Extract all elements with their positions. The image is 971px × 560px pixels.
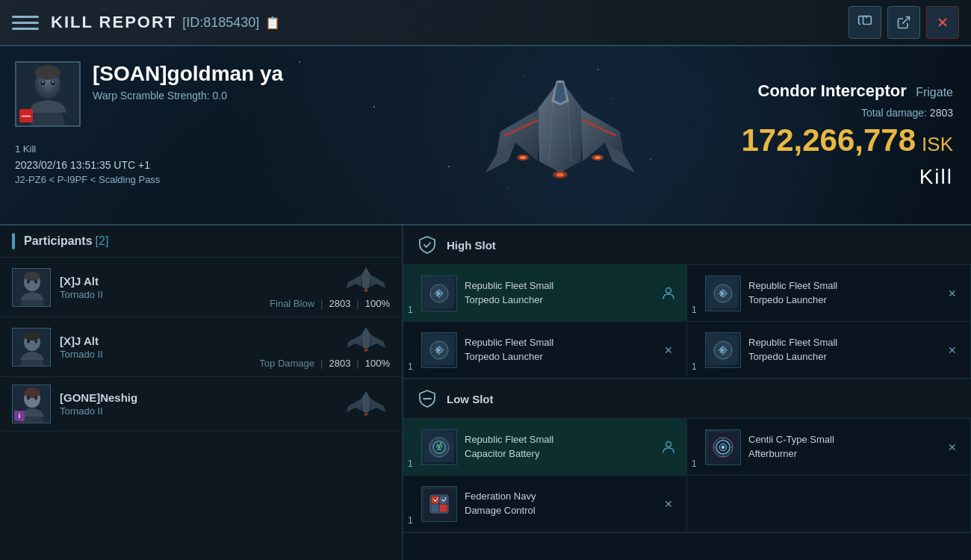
export-button[interactable] bbox=[887, 6, 920, 39]
module-item[interactable]: 1 Republic Fleet SmallTorpedo Launcher ✕ bbox=[403, 322, 687, 379]
svg-point-9 bbox=[42, 81, 44, 83]
participant-avatar bbox=[12, 328, 51, 367]
svg-rect-67 bbox=[440, 505, 447, 511]
modules-panel: High Slot 1 Republic Flee bbox=[403, 225, 971, 560]
participant-info: [GONE]Neshig Tornado II bbox=[60, 391, 342, 417]
module-item[interactable]: 1 Centii C-Type SmallAfterburner ✕ bbox=[687, 419, 971, 476]
high-slot-icon bbox=[415, 233, 439, 257]
svg-point-10 bbox=[52, 81, 54, 83]
module-name: Republic Fleet SmallTorpedo Launcher bbox=[748, 336, 943, 363]
svg-point-55 bbox=[438, 446, 441, 449]
clipboard-button[interactable] bbox=[849, 6, 881, 39]
pilot-badge: — bbox=[19, 109, 33, 122]
module-item[interactable]: 1 Republic Fleet SmallTorpedo Launcher bbox=[403, 265, 687, 322]
person-icon[interactable] bbox=[660, 284, 677, 302]
participant-info: [X]J Alt Tornado II bbox=[60, 275, 270, 300]
header: KILL REPORT [ID:8185430] 📋 bbox=[0, 0, 971, 46]
participant-right: Final Blow | 2803 | 100% bbox=[270, 265, 390, 309]
close-icon[interactable]: ✕ bbox=[943, 341, 961, 359]
participant-info: [X]J Alt Tornado II bbox=[60, 335, 259, 360]
module-item-empty bbox=[687, 476, 971, 532]
pilot-details: [SOAN]goldman ya Warp Scramble Strength:… bbox=[93, 61, 388, 102]
shield-icon bbox=[417, 234, 438, 255]
svg-point-25 bbox=[364, 290, 368, 292]
menu-icon[interactable] bbox=[12, 9, 39, 36]
participant-name: [X]J Alt bbox=[60, 335, 259, 347]
close-icon[interactable]: ✕ bbox=[943, 438, 961, 456]
svg-line-1 bbox=[902, 17, 909, 24]
hero-section: — [SOAN]goldman ya Warp Scramble Strengt… bbox=[0, 46, 971, 225]
participant-badge: i bbox=[14, 411, 25, 421]
svg-point-61 bbox=[722, 446, 725, 449]
participants-panel: Participants [2] [X]J Alt Tornado II bbox=[0, 225, 403, 560]
svg-point-6 bbox=[35, 66, 61, 80]
module-qty: 1 bbox=[408, 515, 413, 526]
svg-rect-66 bbox=[432, 505, 438, 511]
ship-svg bbox=[456, 64, 665, 206]
id-copy-icon[interactable]: 📋 bbox=[265, 16, 280, 30]
isk-row: 172,266,778 ISK bbox=[742, 122, 954, 156]
participant-avatar bbox=[12, 268, 51, 307]
svg-point-24 bbox=[34, 279, 37, 283]
damage-control-icon bbox=[424, 489, 454, 519]
total-damage-label: Total damage: bbox=[861, 107, 927, 119]
svg-point-22 bbox=[24, 272, 40, 281]
stat-damage: 2803 bbox=[329, 358, 350, 369]
module-qty: 1 bbox=[692, 305, 697, 315]
low-slot-icon bbox=[415, 387, 439, 411]
hero-right-panel: Condor Interceptor Frigate Total damage:… bbox=[717, 46, 971, 224]
svg-point-56 bbox=[666, 441, 671, 447]
module-qty: 1 bbox=[692, 361, 697, 372]
participant-right: Top Damage | 2803 | 100% bbox=[259, 325, 390, 369]
module-item[interactable]: 1 Federation NavyDamag bbox=[403, 476, 687, 532]
warp-scramble: Warp Scramble Strength: 0.0 bbox=[93, 90, 388, 102]
high-slot-header: High Slot bbox=[403, 225, 971, 265]
close-icon[interactable]: ✕ bbox=[943, 284, 961, 302]
module-name: Republic Fleet SmallTorpedo Launcher bbox=[465, 279, 660, 306]
svg-point-37 bbox=[364, 414, 368, 416]
module-name: Centii C-Type SmallAfterburner bbox=[748, 433, 943, 460]
svg-point-17 bbox=[556, 173, 564, 177]
kill-date: 2023/02/16 13:51:35 UTC +1 bbox=[15, 159, 388, 171]
participants-title: Participants bbox=[24, 234, 93, 248]
person-icon[interactable] bbox=[660, 438, 677, 456]
header-bar bbox=[12, 233, 15, 249]
participant-avatar: i bbox=[12, 385, 51, 423]
close-icon[interactable]: ✕ bbox=[660, 341, 677, 359]
module-item[interactable]: 1 Republic Fleet SmallTorpedo Launcher ✕ bbox=[687, 322, 971, 379]
list-item[interactable]: [X]J Alt Tornado II Top Damage | 2803 | … bbox=[0, 317, 402, 377]
module-item[interactable]: 1 Republic Fleet SmallCapacitor Battery bbox=[403, 419, 687, 476]
participant-name: [GONE]Neshig bbox=[60, 391, 342, 404]
torpedo-launcher-icon bbox=[424, 335, 454, 365]
shield-down-icon bbox=[417, 388, 438, 409]
participant-ship: Tornado II bbox=[60, 405, 342, 417]
outcome-label: Kill bbox=[919, 165, 953, 189]
ship-icon bbox=[342, 389, 390, 419]
header-actions bbox=[849, 6, 959, 39]
module-icon bbox=[421, 332, 457, 368]
list-item[interactable]: i [GONE]Neshig Tornado II bbox=[0, 377, 402, 432]
module-icon bbox=[705, 429, 741, 465]
kill-report-id: [ID:8185430] bbox=[182, 15, 259, 31]
module-qty: 1 bbox=[408, 305, 413, 315]
isk-label: ISK bbox=[922, 133, 953, 156]
stat-damage: 2803 bbox=[329, 298, 350, 309]
ship-visual-container bbox=[403, 46, 717, 224]
svg-point-35 bbox=[27, 396, 30, 400]
module-name: Republic Fleet SmallTorpedo Launcher bbox=[465, 336, 660, 363]
ship-class: Condor Interceptor Frigate bbox=[758, 81, 953, 101]
participant-stats: Final Blow | 2803 | 100% bbox=[270, 298, 390, 309]
close-icon[interactable]: ✕ bbox=[660, 495, 677, 513]
low-slot-header: Low Slot bbox=[403, 379, 971, 419]
close-button[interactable] bbox=[926, 6, 959, 39]
module-item[interactable]: 1 Republic Fleet SmallTorpedo Launcher ✕ bbox=[687, 265, 971, 322]
module-qty: 1 bbox=[408, 361, 413, 372]
main-content: Participants [2] [X]J Alt Tornado II bbox=[0, 225, 971, 560]
avatar-svg bbox=[13, 269, 51, 307]
pilot-avatar: — bbox=[15, 61, 81, 127]
ship-icon bbox=[342, 265, 390, 295]
torpedo-launcher-icon bbox=[708, 335, 738, 365]
module-qty: 1 bbox=[408, 458, 413, 469]
module-icon bbox=[421, 486, 457, 522]
list-item[interactable]: [X]J Alt Tornado II Final Blow | 2803 | … bbox=[0, 258, 402, 317]
